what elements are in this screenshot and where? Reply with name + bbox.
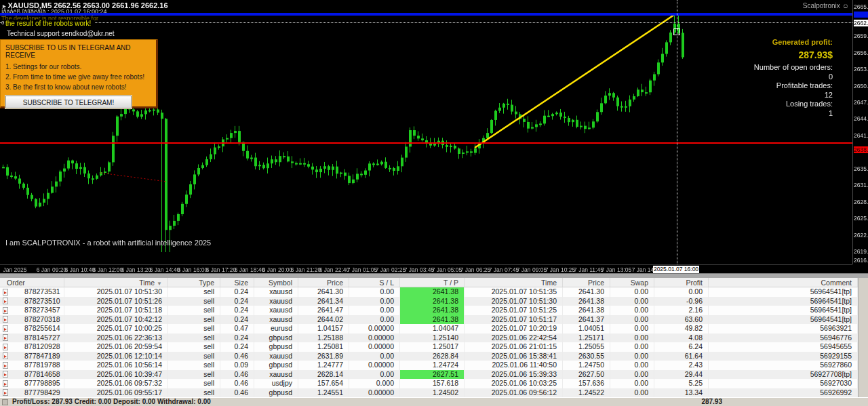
smiley-icon: ☺	[842, 2, 849, 9]
price-axis[interactable]: 2665.92662.22659.72656.62653.52650.42647…	[852, 0, 868, 264]
price-tick: 2653.5	[854, 66, 868, 73]
order-icon	[3, 352, 8, 359]
time-tick: 7 Jan 07:45	[489, 266, 519, 273]
column-header-type[interactable]: Type	[168, 278, 220, 287]
time-tick: 7 Jan 13:05	[601, 266, 631, 273]
table-row[interactable]: 878145727 2025.01.06 22:36:13sell0.24 gb…	[0, 333, 858, 343]
table-row[interactable]: 877847189 2025.01.06 12:10:14sell0.46 xa…	[0, 352, 858, 361]
table-row[interactable]: 878273457 2025.01.07 10:51:18sell0.24 xa…	[0, 306, 858, 315]
ea-watermark: I am SCALPOTRONIX - a robot with artific…	[5, 239, 211, 247]
order-icon	[3, 289, 8, 296]
time-tick: Jan 2025	[3, 266, 27, 273]
time-tick: 6 Jan 13:20	[121, 266, 151, 273]
status-bar: Profit/Loss: 287.93 Credit: 0.00 Deposit…	[0, 397, 868, 406]
crosshair-time-label: 2025.01.07 16:00	[653, 266, 699, 273]
price-tick: 2635.0	[854, 165, 868, 172]
time-tick: 7 Jan 10:25	[545, 266, 575, 273]
table-row[interactable]: 878273531 2025.01.07 10:51:30sell0.24 xa…	[0, 287, 858, 297]
ea-robot-note: the result of the robots work!	[4, 20, 94, 27]
chart-collapse-icon[interactable]: ▸	[3, 3, 6, 9]
status-profit-summary: Profit/Loss: 287.93 Credit: 0.00 Deposit…	[12, 398, 211, 406]
crosshair-vertical-line	[677, 0, 677, 264]
stat-open-orders-label: Number of open orders:	[754, 63, 833, 73]
time-tick: 6 Jan 17:20	[206, 266, 236, 273]
time-tick: 7 Jan 03:45	[404, 266, 434, 273]
time-tick: 7 Jan 02:25	[376, 266, 406, 273]
stat-generated-profit-value: 287.93$	[798, 47, 833, 63]
column-header-symbol[interactable]: Symbol	[254, 278, 298, 287]
stat-losing-trades-label: Losing trades:	[786, 100, 833, 109]
price-tick: 2659.7	[854, 33, 868, 39]
chart-panel[interactable]: ▸XAUUSD,M5 2662.56 2663.00 2661.96 2662.…	[0, 0, 868, 273]
order-icon	[3, 334, 8, 341]
column-header-comment-close[interactable]: Comment	[709, 278, 858, 287]
time-tick: 6 Jan 16:00	[178, 266, 208, 273]
telegram-promo-item-1: 1. Settings for our robots.	[5, 63, 152, 70]
bid-price-blue-line	[0, 13, 852, 16]
telegram-promo-title: SUBSCRIBE TO US IN TELEGRAM AND RECEIVE	[5, 44, 152, 59]
stat-profitable-trades-label: Profitable trades:	[776, 81, 833, 91]
price-tick: 2619.6	[854, 248, 868, 255]
column-header-sl[interactable]: S / L	[349, 278, 400, 287]
table-row[interactable]: 877798429 2025.01.06 09:55:17sell0.46 gb…	[0, 388, 858, 398]
column-header-order[interactable]: Order	[0, 278, 64, 287]
table-scrollbar[interactable]	[858, 278, 868, 397]
table-row[interactable]: 878120928 2025.01.06 20:59:54sell0.24 gb…	[0, 342, 858, 352]
sort-icon: ▼	[157, 281, 162, 287]
table-row[interactable]: 877798895 2025.01.06 09:57:32sell0.46 us…	[0, 379, 858, 388]
status-grip-icon	[2, 399, 8, 405]
panel-splitter[interactable]	[0, 273, 868, 278]
time-tick: 7 Jan 06:25	[460, 266, 490, 273]
time-tick: 6 Jan 21:20	[291, 266, 321, 273]
order-icon	[3, 389, 8, 396]
price-tick: 2622.7	[854, 232, 868, 239]
crosshair-horizontal-line	[0, 22, 852, 23]
order-icon	[3, 307, 8, 314]
column-header-profit-close[interactable]: Profit	[654, 278, 709, 287]
table-row[interactable]: 877814658 2025.01.06 10:39:47sell0.46 xa…	[0, 370, 858, 380]
time-tick: 7 Jan 09:05	[517, 266, 547, 273]
price-tick: 2656.6	[854, 49, 868, 56]
time-tick: 6 Jan 12:00	[93, 266, 123, 273]
column-header-size[interactable]: Size	[220, 278, 254, 287]
yellow-trendline	[475, 14, 676, 148]
time-axis[interactable]: 2025.01.07 16:00 Jan 20256 Jan 09:206 Ja…	[0, 264, 852, 273]
chart-ohlc-title: ▸XAUUSD,M5 2662.56 2663.00 2661.96 2662.…	[3, 1, 168, 9]
order-icon	[3, 325, 8, 332]
time-tick: 6 Jan 10:40	[65, 266, 95, 273]
time-tick: 7 Jan 01:05	[347, 266, 377, 273]
time-tick: 6 Jan 20:00	[262, 266, 292, 273]
table-row[interactable]: 878273510 2025.01.07 10:51:26sell0.24 xa…	[0, 297, 858, 306]
telegram-promo-item-2: 2. From time to time we give away free r…	[5, 73, 152, 81]
crosshair-cursor-icon	[673, 28, 680, 35]
price-tick: 2647.4	[854, 99, 868, 106]
column-header-price[interactable]: Price	[298, 278, 349, 287]
blue-price-tick	[854, 12, 868, 18]
stat-open-orders-value: 0	[829, 73, 833, 82]
telegram-promo-item-3: 3. Be the first to know about new robots…	[5, 83, 152, 91]
order-icon	[3, 362, 8, 369]
trading-terminal-window: ▸XAUUSD,M5 2662.56 2663.00 2661.96 2662.…	[0, 0, 868, 406]
time-tick: 7 Jan 05:05	[432, 266, 462, 273]
trade-history-table: OrderTime▼TypeSizeSymbolPriceS / LT / PT…	[0, 278, 868, 397]
subscribe-telegram-button[interactable]: SUBSCRIBE TO TELEGRAM!	[5, 96, 132, 108]
table-header-row: OrderTime▼TypeSizeSymbolPriceS / LT / PT…	[0, 278, 858, 287]
price-tick: 2644.3	[854, 115, 868, 122]
white-price-tick: 2662.2	[854, 20, 868, 26]
stat-profitable-trades-value: 12	[825, 91, 833, 100]
table-row[interactable]: 878255614 2025.01.07 10:00:25sell0.47 eu…	[0, 324, 858, 333]
telegram-promo-box: SUBSCRIBE TO US IN TELEGRAM AND RECEIVE …	[0, 39, 158, 108]
column-header-time[interactable]: Time▼	[64, 278, 168, 287]
price-tick: 2631.9	[854, 182, 868, 188]
time-tick: 7 Jan 14	[632, 266, 654, 273]
table-row[interactable]: 878270318 2025.01.07 10:42:12sell0.24 xa…	[0, 315, 858, 325]
time-tick: 6 Jan 14:40	[150, 266, 180, 273]
table-row[interactable]: 877819788 2025.01.06 10:56:14sell0.09 gb…	[0, 361, 858, 370]
ea-support-line: Technical support sendkod@ukr.net	[7, 30, 115, 37]
column-header-price-close[interactable]: Price	[563, 278, 610, 287]
column-header-swap-close[interactable]: Swap	[610, 278, 654, 287]
price-tick: 2641.2	[854, 132, 868, 139]
time-tick: 6 Jan 18:40	[235, 266, 264, 273]
column-header-tp[interactable]: T / P	[400, 278, 465, 287]
column-header-time-close[interactable]: Time	[465, 278, 563, 287]
